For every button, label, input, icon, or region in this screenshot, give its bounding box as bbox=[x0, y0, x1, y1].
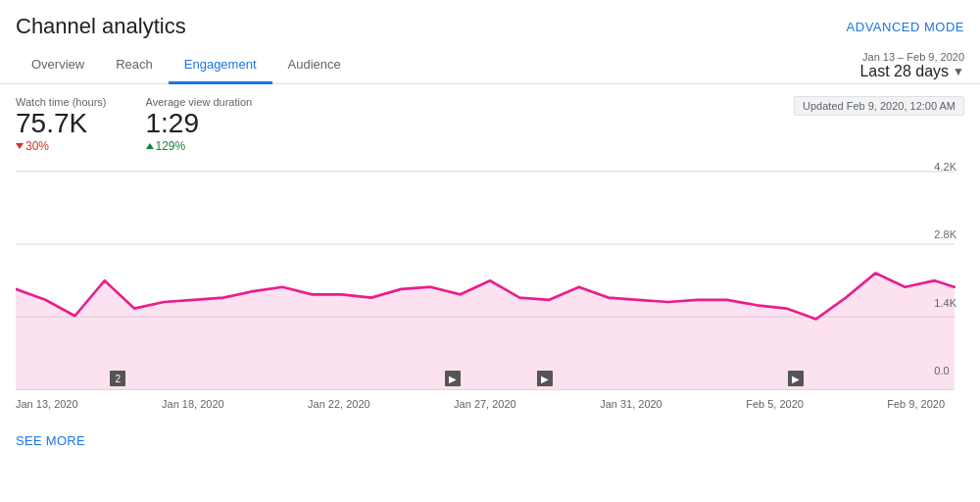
watch-time-change: 30% bbox=[16, 139, 107, 153]
x-label-6: Feb 5, 2020 bbox=[746, 398, 804, 410]
advanced-mode-button[interactable]: ADVANCED MODE bbox=[847, 20, 964, 34]
metrics-row: Watch time (hours) 75.7K 30% Average vie… bbox=[16, 96, 964, 153]
tab-audience[interactable]: Audience bbox=[272, 47, 357, 84]
arrow-up-icon bbox=[146, 143, 154, 149]
updated-badge: Updated Feb 9, 2020, 12:00 AM bbox=[794, 96, 964, 116]
x-axis-labels: Jan 13, 2020 Jan 18, 2020 Jan 22, 2020 J… bbox=[16, 398, 964, 410]
avg-view-duration-change: 129% bbox=[146, 139, 253, 153]
avg-view-duration-value: 1:29 bbox=[146, 110, 253, 137]
video-marker-3[interactable]: ▶ bbox=[537, 371, 553, 386]
chart-container: 4.2K 2.8K 1.4K 0.0 2 ▶ ▶ ▶ Jan bbox=[16, 161, 964, 426]
tab-reach[interactable]: Reach bbox=[100, 47, 169, 84]
date-range-label[interactable]: Last 28 days ▼ bbox=[859, 63, 964, 80]
video-marker-4[interactable]: ▶ bbox=[788, 371, 804, 386]
date-range-dates: Jan 13 – Feb 9, 2020 bbox=[859, 51, 964, 63]
x-label-7: Feb 9, 2020 bbox=[887, 398, 945, 410]
arrow-down-icon bbox=[16, 143, 24, 149]
x-label-4: Jan 27, 2020 bbox=[454, 398, 516, 410]
watch-time-value: 75.7K bbox=[16, 110, 107, 137]
tab-overview[interactable]: Overview bbox=[16, 47, 100, 84]
x-label-5: Jan 31, 2020 bbox=[600, 398, 662, 410]
video-marker-2[interactable]: ▶ bbox=[445, 371, 461, 386]
avg-view-duration-label: Average view duration bbox=[146, 96, 253, 108]
chevron-down-icon: ▼ bbox=[953, 65, 964, 78]
video-marker-1[interactable]: 2 bbox=[110, 371, 125, 386]
watch-time-metric: Watch time (hours) 75.7K 30% bbox=[16, 96, 107, 153]
x-label-3: Jan 22, 2020 bbox=[308, 398, 370, 410]
content-area: Watch time (hours) 75.7K 30% Average vie… bbox=[0, 84, 980, 460]
date-range-selector[interactable]: Jan 13 – Feb 9, 2020 Last 28 days ▼ bbox=[859, 51, 964, 80]
avg-view-duration-metric: Average view duration 1:29 129% bbox=[146, 96, 253, 153]
page-title: Channel analytics bbox=[16, 14, 186, 39]
x-label-2: Jan 18, 2020 bbox=[162, 398, 224, 410]
video-markers: 2 ▶ ▶ ▶ bbox=[16, 371, 945, 388]
see-more-button[interactable]: SEE MORE bbox=[16, 433, 964, 448]
page-header: Channel analytics ADVANCED MODE bbox=[0, 0, 980, 47]
tabs-container: Overview Reach Engagement Audience bbox=[16, 47, 357, 83]
tab-engagement[interactable]: Engagement bbox=[169, 47, 272, 84]
tabs-bar: Overview Reach Engagement Audience Jan 1… bbox=[0, 47, 980, 84]
x-label-1: Jan 13, 2020 bbox=[16, 398, 78, 410]
watch-time-label: Watch time (hours) bbox=[16, 96, 107, 108]
chart-svg bbox=[16, 161, 964, 396]
